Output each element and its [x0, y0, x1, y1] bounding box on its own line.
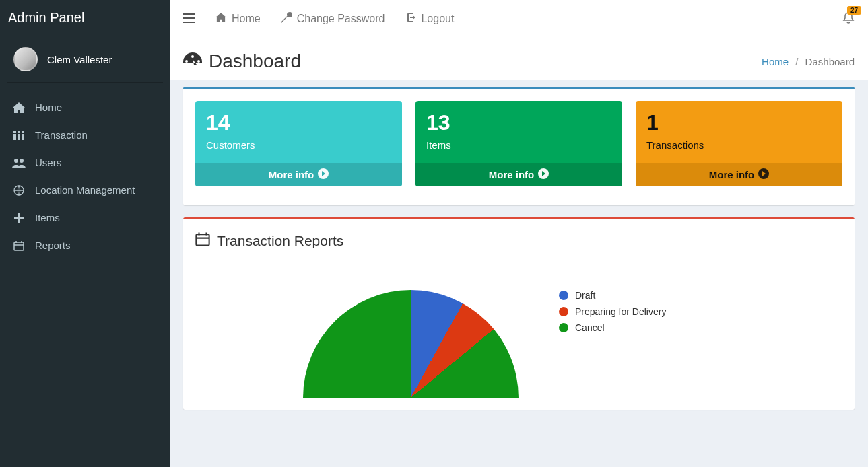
menu-toggle-icon[interactable] [183, 12, 195, 26]
calendar-icon [195, 231, 210, 250]
notifications-badge: 27 [847, 6, 861, 15]
sidebar-item-location[interactable]: Location Management [0, 176, 170, 204]
sidebar-item-label: Location Management [35, 184, 135, 196]
info-box-customers: 14 Customers More info [195, 101, 402, 186]
user-panel: Clem Vallester [0, 36, 170, 82]
sidebar-item-items[interactable]: Items [0, 204, 170, 231]
more-info-label: More info [709, 169, 755, 180]
sidebar-item-transaction[interactable]: Transaction [0, 121, 170, 149]
notifications-button[interactable]: 27 [842, 11, 855, 27]
legend-item[interactable]: Draft [559, 290, 666, 301]
top-link-label: Change Password [297, 13, 385, 25]
plus-icon [12, 213, 26, 223]
pie-chart [303, 290, 519, 398]
svg-rect-15 [183, 13, 195, 15]
home-icon [215, 13, 226, 25]
wrench-icon [281, 12, 292, 26]
more-info-link[interactable]: More info [415, 163, 622, 186]
users-icon [12, 157, 26, 168]
bell-icon [842, 13, 855, 26]
svg-rect-17 [183, 22, 195, 23]
svg-rect-8 [22, 137, 24, 140]
breadcrumb: Home / Dashboard [762, 56, 855, 67]
sidebar: Admin Panel Clem Vallester Home Transact… [0, 0, 170, 467]
info-box-label: Items [426, 139, 611, 151]
page-title: Dashboard [183, 50, 301, 72]
chart-container: DraftPreparing for DeliveryCancel [195, 263, 842, 398]
content-header: Dashboard Home / Dashboard [170, 38, 868, 80]
sidebar-item-label: Users [35, 157, 61, 168]
content: 14 Customers More info 13 Items [170, 80, 868, 435]
info-box-items: 13 Items More info [415, 101, 622, 186]
breadcrumb-current: Dashboard [805, 56, 855, 67]
legend-color-dot [559, 323, 568, 332]
sidebar-item-home[interactable]: Home [0, 94, 170, 121]
calendar-icon [12, 240, 26, 251]
page-title-text: Dashboard [209, 50, 301, 72]
user-name: Clem Vallester [47, 54, 112, 65]
top-link-change-password[interactable]: Change Password [281, 12, 385, 26]
svg-rect-0 [13, 131, 16, 133]
legend-label: Draft [575, 290, 595, 301]
section-title: Transaction Reports [195, 231, 842, 250]
more-info-link[interactable]: More info [636, 163, 842, 186]
more-info-label: More info [489, 169, 535, 180]
top-link-label: Logout [421, 13, 454, 25]
dashboard-icon [183, 50, 202, 72]
info-box-row: 14 Customers More info 13 Items [195, 101, 842, 186]
top-link-home[interactable]: Home [215, 13, 261, 25]
top-link-label: Home [232, 13, 261, 25]
reports-panel: Transaction Reports DraftPreparing for D… [183, 217, 855, 410]
svg-rect-1 [18, 131, 20, 133]
svg-rect-3 [13, 134, 16, 137]
section-title-text: Transaction Reports [217, 233, 343, 249]
info-box-label: Transactions [646, 139, 832, 151]
sidebar-item-label: Home [35, 102, 62, 113]
legend-item[interactable]: Preparing for Delivery [559, 306, 666, 317]
chart-legend: DraftPreparing for DeliveryCancel [559, 290, 666, 338]
sidebar-item-users[interactable]: Users [0, 149, 170, 176]
svg-rect-21 [196, 234, 209, 246]
arrow-circle-right-icon [538, 168, 549, 181]
legend-item[interactable]: Cancel [559, 322, 666, 333]
sidebar-item-label: Transaction [35, 129, 88, 141]
top-link-logout[interactable]: Logout [405, 13, 454, 25]
arrow-circle-right-icon [758, 168, 769, 181]
divider [7, 82, 163, 83]
globe-icon [12, 185, 26, 196]
svg-rect-13 [14, 217, 24, 219]
info-box-value: 13 [426, 110, 611, 135]
breadcrumb-home-link[interactable]: Home [762, 56, 789, 67]
sidebar-item-reports[interactable]: Reports [0, 231, 170, 259]
sidebar-nav: Home Transaction Users Location Manageme… [0, 89, 170, 259]
legend-label: Cancel [575, 322, 605, 333]
breadcrumb-separator: / [795, 56, 798, 67]
more-info-label: More info [269, 169, 314, 180]
arrow-circle-right-icon [318, 168, 329, 181]
sidebar-item-label: Reports [35, 240, 71, 251]
svg-rect-4 [18, 134, 20, 137]
svg-rect-7 [18, 137, 20, 140]
info-box-value: 14 [206, 110, 391, 135]
sidebar-item-label: Items [35, 212, 60, 223]
info-box-transactions: 1 Transactions More info [636, 101, 842, 186]
svg-rect-2 [22, 131, 24, 133]
stats-panel: 14 Customers More info 13 Items [183, 87, 855, 205]
brand-title: Admin Panel [0, 0, 170, 36]
svg-point-9 [14, 159, 18, 163]
logout-icon [405, 13, 415, 25]
legend-label: Preparing for Delivery [575, 306, 666, 317]
topbar: Home Change Password Logout 27 [170, 0, 868, 38]
legend-color-dot [559, 291, 568, 300]
home-icon [12, 102, 26, 113]
more-info-link[interactable]: More info [195, 163, 402, 186]
svg-rect-6 [13, 137, 16, 140]
svg-rect-14 [14, 242, 24, 250]
main: Home Change Password Logout 27 Dashboard [170, 0, 868, 467]
grid-icon [12, 131, 26, 140]
avatar[interactable] [13, 47, 38, 71]
svg-rect-16 [183, 17, 195, 19]
svg-rect-5 [22, 134, 24, 137]
info-box-label: Customers [206, 139, 391, 151]
svg-point-10 [20, 159, 24, 163]
